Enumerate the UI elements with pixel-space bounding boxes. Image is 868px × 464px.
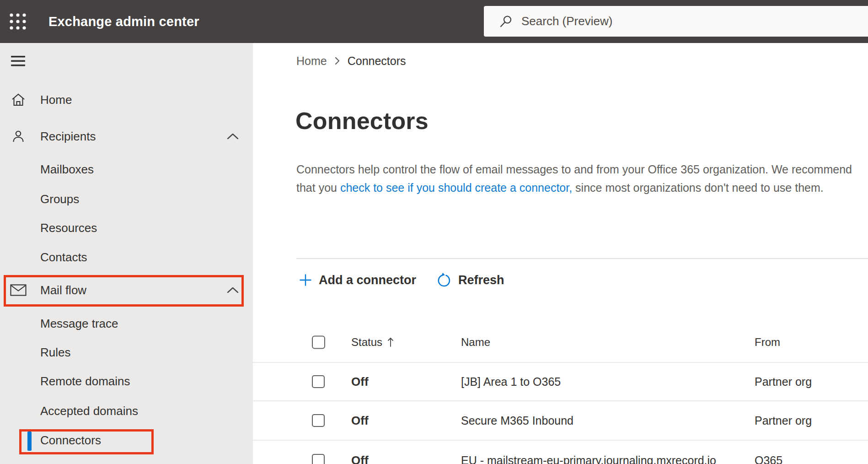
- sidebar-item-label: Recipients: [40, 129, 96, 144]
- refresh-button[interactable]: Refresh: [436, 272, 504, 288]
- from-cell: Partner org: [755, 414, 812, 427]
- sidebar-item-home[interactable]: Home: [0, 86, 253, 113]
- hamburger-icon: [10, 55, 27, 68]
- column-header-from[interactable]: From: [755, 336, 780, 349]
- sidebar-item-connectors[interactable]: Connectors: [0, 426, 253, 454]
- main-content: Home Connectors Connectors Connectors he…: [253, 43, 868, 464]
- plus-icon: [299, 273, 312, 287]
- name-cell[interactable]: [JB] Area 1 to O365: [461, 375, 561, 388]
- sidebar-item-recipients[interactable]: Recipients: [0, 123, 253, 150]
- sidebar-item-label: Mailboxes: [40, 162, 94, 177]
- sidebar-item-contacts[interactable]: Contacts: [0, 243, 253, 271]
- page-title: Connectors: [295, 107, 429, 135]
- nav-collapse-button[interactable]: [10, 55, 27, 68]
- topbar: Exchange admin center Search (Preview): [0, 0, 868, 43]
- refresh-icon: [436, 272, 452, 288]
- search-placeholder: Search (Preview): [521, 14, 612, 28]
- divider: [296, 258, 868, 259]
- sidebar-item-rules[interactable]: Rules: [0, 339, 253, 366]
- home-icon: [10, 92, 27, 107]
- sidebar-item-label: Home: [40, 93, 72, 107]
- sidebar-item-mail-flow[interactable]: Mail flow: [0, 276, 253, 304]
- column-header-label: Status: [351, 336, 382, 349]
- sidebar-item-accepted-domains[interactable]: Accepted domains: [0, 397, 253, 425]
- sidebar-item-message-trace[interactable]: Message trace: [0, 310, 253, 337]
- description-text: since most organizations don't need to u…: [572, 181, 824, 194]
- sidebar-item-groups[interactable]: Groups: [0, 185, 253, 213]
- sidebar-item-label: Contacts: [40, 250, 87, 264]
- row-checkbox[interactable]: [312, 454, 325, 464]
- sidebar-item-label: Resources: [40, 221, 97, 235]
- breadcrumb-home[interactable]: Home: [296, 54, 327, 68]
- sidebar-item-mailboxes[interactable]: Mailboxes: [0, 156, 253, 183]
- sidebar-item-resources[interactable]: Resources: [0, 214, 253, 242]
- row-checkbox[interactable]: [312, 414, 325, 427]
- app-title: Exchange admin center: [48, 0, 199, 43]
- select-all-checkbox[interactable]: [312, 335, 325, 349]
- search-icon: [498, 14, 513, 29]
- from-cell: Partner org: [755, 375, 812, 388]
- table-header-row: Status Name From: [253, 322, 868, 363]
- name-cell[interactable]: Secure M365 Inbound: [461, 414, 573, 427]
- sidebar-item-label: Groups: [40, 192, 79, 206]
- status-cell: Off: [351, 453, 369, 464]
- chevron-up-icon[interactable]: [226, 133, 239, 140]
- page-description: Connectors help control the flow of emai…: [296, 160, 859, 197]
- toolbar: Add a connector Refresh: [299, 268, 504, 292]
- name-cell[interactable]: EU - mailstream-eu-primary.journaling.mx…: [461, 454, 716, 464]
- chevron-up-icon[interactable]: [226, 286, 239, 294]
- column-header-status[interactable]: Status: [351, 336, 394, 349]
- sidebar-item-label: Accepted domains: [40, 404, 138, 418]
- sort-ascending-icon: [387, 336, 394, 348]
- status-cell: Off: [351, 414, 369, 428]
- sidebar-item-label: Remote domains: [40, 374, 130, 388]
- sidebar-item-label: Message trace: [40, 317, 118, 331]
- chevron-right-icon: [334, 56, 341, 66]
- waffle-icon: [8, 12, 28, 32]
- table-row[interactable]: Off EU - mailstream-eu-primary.journalin…: [253, 441, 868, 464]
- search-box[interactable]: Search (Preview): [484, 6, 868, 37]
- row-checkbox[interactable]: [312, 375, 325, 388]
- sidebar-item-label: Mail flow: [40, 283, 86, 297]
- create-connector-link[interactable]: check to see if you should create a conn…: [340, 181, 572, 194]
- breadcrumb: Home Connectors: [296, 53, 406, 69]
- selected-item-indicator: [27, 432, 32, 451]
- exchange-admin-center: Exchange admin center Search (Preview): [0, 0, 868, 464]
- mail-icon: [10, 284, 27, 297]
- refresh-label: Refresh: [458, 273, 504, 287]
- table-row[interactable]: Off Secure M365 Inbound Partner org: [253, 401, 868, 441]
- sidebar-item-remote-domains[interactable]: Remote domains: [0, 367, 253, 395]
- sidebar: Home Recipients Mailboxes Groups Reso: [0, 43, 253, 464]
- breadcrumb-current: Connectors: [348, 54, 406, 68]
- sidebar-item-label: Connectors: [40, 433, 101, 448]
- column-header-name[interactable]: Name: [461, 336, 490, 349]
- status-cell: Off: [351, 375, 369, 389]
- add-connector-label: Add a connector: [319, 273, 416, 287]
- table-row[interactable]: Off [JB] Area 1 to O365 Partner org: [253, 363, 868, 401]
- add-connector-button[interactable]: Add a connector: [299, 273, 416, 287]
- from-cell: O365: [755, 454, 782, 464]
- app-launcher-button[interactable]: [8, 12, 28, 32]
- sidebar-item-label: Rules: [40, 345, 70, 360]
- people-icon: [10, 129, 27, 144]
